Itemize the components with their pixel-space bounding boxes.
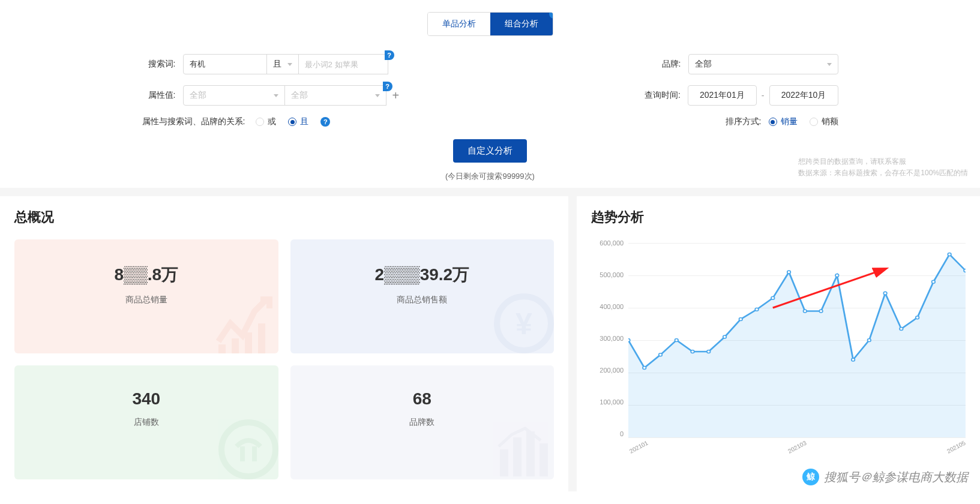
chart-up-icon [212, 287, 278, 353]
radio-volume-label: 销量 [781, 116, 798, 127]
svg-point-15 [691, 350, 694, 353]
attr1-value: 全部 [190, 90, 206, 101]
help-icon[interactable]: ? [320, 117, 330, 127]
trend-chart: 600,000500,000400,000300,000200,000100,0… [591, 239, 966, 455]
svg-point-11 [628, 339, 630, 342]
relation-label: 属性与搜索词、品牌的关系: [142, 116, 245, 127]
card-total-volume: 8▒▒.8万 商品总销量 [14, 239, 278, 353]
date-start-input[interactable]: 2021年01月 [688, 85, 757, 106]
help-icon[interactable]: ? [383, 82, 392, 91]
svg-point-31 [948, 253, 951, 256]
radio-icon [769, 118, 777, 126]
svg-point-30 [932, 280, 936, 283]
search-input-2[interactable] [298, 54, 388, 74]
shop-icon [212, 413, 278, 479]
svg-point-12 [643, 366, 646, 369]
radio-icon [288, 118, 296, 126]
svg-point-26 [868, 339, 871, 342]
card-shop-count: 340 店铺数 [14, 365, 278, 479]
svg-point-29 [916, 316, 919, 319]
radio-relation-or[interactable]: 或 [256, 116, 276, 127]
svg-rect-10 [540, 443, 548, 476]
brand-value: 全部 [695, 59, 712, 70]
radio-or-label: 或 [268, 116, 276, 127]
bars-icon [488, 413, 554, 479]
svg-rect-8 [513, 437, 522, 476]
radio-and-label: 且 [300, 116, 308, 127]
custom-analysis-button[interactable]: 自定义分析 [453, 139, 527, 163]
svg-point-27 [883, 292, 887, 295]
search-operator-select[interactable]: 且 [266, 54, 299, 74]
radio-sales-label: 销额 [822, 116, 838, 127]
svg-rect-1 [232, 338, 239, 353]
radio-icon [256, 118, 264, 126]
chevron-down-icon [274, 94, 278, 97]
overview-title: 总概况 [14, 208, 554, 226]
radio-sort-sales[interactable]: 销额 [810, 116, 838, 127]
svg-rect-7 [500, 449, 508, 476]
chevron-down-icon [375, 94, 380, 97]
card-brand-count: 68 品牌数 [290, 365, 555, 479]
date-separator: - [762, 91, 765, 100]
svg-point-18 [739, 317, 743, 320]
watermark-logo-icon: 鲸 [802, 469, 819, 485]
svg-point-28 [900, 328, 903, 331]
attr2-value: 全部 [291, 90, 308, 101]
svg-rect-0 [218, 344, 226, 353]
search-input-1[interactable] [183, 54, 267, 74]
attribute-select-2[interactable]: 全部 [284, 85, 386, 106]
card-value: 8▒▒.8万 [26, 263, 266, 286]
svg-rect-9 [526, 431, 535, 476]
footer-note: 想跨类目的数据查询，请联系客服 数据来源：来自标题搜索，会存在不是100%匹配的… [798, 156, 968, 179]
chart-y-axis: 600,000500,000400,000300,000200,000100,0… [591, 239, 627, 437]
footer-note-line1: 想跨类目的数据查询，请联系客服 [798, 156, 968, 167]
radio-icon [810, 118, 818, 126]
svg-rect-3 [258, 323, 265, 353]
radio-sort-volume[interactable]: 销量 [769, 116, 798, 127]
watermark: 鲸 搜狐号＠鲸参谋电商大数据 [802, 469, 968, 485]
svg-point-23 [819, 310, 823, 313]
trend-title: 趋势分析 [591, 208, 966, 226]
svg-point-25 [852, 358, 855, 361]
time-label: 查询时间: [640, 90, 681, 101]
chevron-down-icon [287, 63, 292, 66]
chart-x-axis: 202101202103202105 [628, 449, 966, 455]
card-value: 340 [26, 389, 266, 409]
card-value: 2▒▒▒39.2万 [302, 263, 543, 286]
svg-point-14 [675, 339, 679, 342]
attribute-select-1[interactable]: 全部 [183, 85, 285, 106]
sort-label: 排序方式: [721, 116, 762, 127]
yen-circle-icon: ¥ [488, 287, 554, 353]
svg-rect-2 [245, 332, 252, 353]
add-attribute-button[interactable]: + [392, 89, 400, 103]
radio-relation-and[interactable]: 且 [288, 116, 308, 127]
brand-label: 品牌: [648, 59, 681, 70]
svg-text:¥: ¥ [516, 307, 532, 341]
card-value: 68 [302, 389, 543, 409]
date-end-input[interactable]: 2022年10月 [769, 85, 838, 106]
svg-point-16 [707, 350, 711, 353]
operator-label: 且 [273, 59, 281, 70]
tab-combo-analysis[interactable]: 组合分析 [490, 13, 553, 35]
footer-note-line2: 数据来源：来自标题搜索，会存在不是100%匹配的情 [798, 167, 968, 179]
svg-point-24 [835, 274, 839, 277]
brand-select[interactable]: 全部 [688, 54, 838, 74]
help-icon[interactable]: ? [385, 50, 394, 60]
watermark-text: 搜狐号＠鲸参谋电商大数据 [824, 469, 968, 485]
svg-point-19 [755, 308, 759, 311]
search-label: 搜索词: [142, 59, 176, 70]
svg-point-13 [659, 353, 663, 356]
svg-point-22 [804, 310, 807, 313]
svg-point-17 [723, 335, 727, 338]
svg-point-21 [787, 271, 791, 274]
remaining-searches-text: (今日剩余可搜索99999次) [445, 171, 535, 182]
svg-point-32 [964, 269, 966, 272]
card-total-sales: 2▒▒▒39.2万 商品总销售额 ¥ [290, 239, 555, 353]
chevron-down-icon [827, 63, 832, 66]
chart-svg [628, 243, 966, 437]
svg-point-6 [221, 422, 275, 476]
attribute-label: 属性值: [142, 90, 176, 101]
tab-single-analysis[interactable]: 单品分析 [428, 13, 490, 35]
svg-point-20 [771, 296, 775, 299]
